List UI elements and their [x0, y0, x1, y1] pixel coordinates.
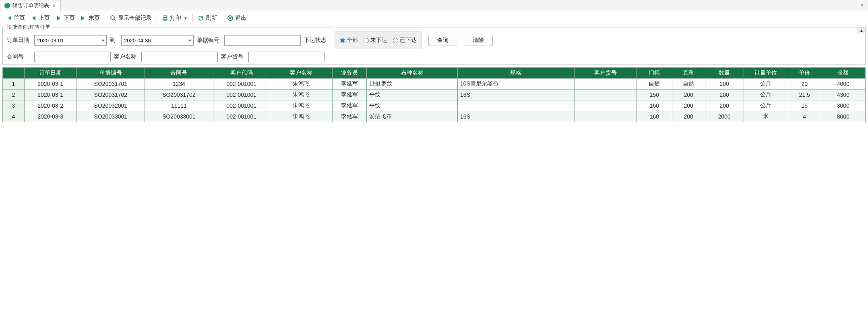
exit-button[interactable]: 退出 [225, 14, 249, 23]
cell-qty[interactable]: 200 [705, 90, 744, 100]
refresh-button[interactable]: 刷新 [195, 14, 219, 23]
cell-amount[interactable]: 8000 [821, 111, 865, 122]
radio-all-input[interactable] [340, 38, 345, 43]
cell-doc_no[interactable]: SO20033001 [76, 111, 145, 122]
cell-order_date[interactable]: 2020-03-3 [24, 111, 76, 122]
cell-uom[interactable]: 公斤 [744, 90, 788, 100]
doc-no-input[interactable] [224, 35, 301, 46]
cell-uom[interactable]: 米 [744, 111, 788, 122]
tab-sales-order-detail[interactable]: 销售订单明细表 × [0, 0, 61, 11]
cell-spec[interactable]: 10S雪尼尔黑色 [458, 79, 575, 90]
show-all-button[interactable]: 显示全部记录 [107, 14, 154, 23]
cell-cust_name[interactable]: 朱鸿飞 [270, 100, 332, 111]
table-row[interactable]: 42020-03-3SO20033001SO20033001002-001001… [3, 111, 866, 122]
cell-cust_code[interactable]: 002-001001 [213, 79, 270, 90]
collapse-button[interactable]: ▲ [858, 27, 866, 34]
column-header-salesman[interactable]: 业务员 [333, 68, 367, 79]
cell-contract_no[interactable]: SO20031702 [145, 90, 213, 100]
cell-doc_no[interactable]: SO20031702 [76, 90, 145, 100]
cell-uom[interactable]: 公斤 [744, 100, 788, 111]
cell-spec[interactable] [458, 100, 575, 111]
cell-cust_name[interactable]: 朱鸿飞 [270, 111, 332, 122]
cell-amount[interactable]: 4000 [821, 79, 865, 90]
column-header-fabric[interactable]: 布种名称 [367, 68, 458, 79]
clear-button[interactable]: 清除 [464, 35, 493, 46]
cell-weight[interactable]: 自然 [672, 79, 705, 90]
cell-contract_no[interactable]: SO20033001 [145, 111, 213, 122]
cell-fabric[interactable]: 平纹 [367, 100, 458, 111]
column-header-order_date[interactable]: 订单日期 [24, 68, 76, 79]
customer-name-input[interactable] [141, 52, 218, 62]
cell-price[interactable]: 20 [788, 79, 821, 90]
cell-amount[interactable]: 3000 [821, 100, 865, 111]
cell-price[interactable]: 4 [788, 111, 821, 122]
cell-salesman[interactable]: 李延军 [333, 79, 367, 90]
cell-uom[interactable]: 公斤 [744, 79, 788, 90]
cell-width[interactable]: 自然 [637, 79, 672, 90]
cell-doc_no[interactable]: SO20032001 [76, 100, 145, 111]
column-header-cust_name[interactable]: 客户名称 [270, 68, 332, 79]
cell-salesman[interactable]: 李延军 [333, 111, 367, 122]
cell-order_date[interactable]: 2020-03-2 [24, 100, 76, 111]
cell-spec[interactable]: 16S [458, 111, 575, 122]
cell-qty[interactable]: 200 [705, 79, 744, 90]
table-row[interactable]: 12020-03-1SO200317011234002-001001朱鸿飞李延军… [3, 79, 866, 90]
date-from-input[interactable] [34, 35, 107, 46]
next-page-button[interactable]: 下页 [53, 14, 77, 23]
cell-cust_part[interactable] [574, 79, 637, 90]
cell-salesman[interactable]: 李延军 [333, 90, 367, 100]
cell-width[interactable]: 160 [637, 100, 672, 111]
column-header-price[interactable]: 单价 [788, 68, 821, 79]
query-button[interactable]: 查询 [428, 35, 457, 46]
column-header-contract_no[interactable]: 合同号 [145, 68, 213, 79]
column-header-rownum[interactable] [3, 68, 25, 79]
radio-not-issued[interactable]: 未下达 [364, 37, 387, 44]
cell-qty[interactable]: 200 [705, 100, 744, 111]
cell-cust_part[interactable] [574, 90, 637, 100]
table-row[interactable]: 22020-03-1SO20031702SO20031702002-001001… [3, 90, 866, 100]
cell-spec[interactable]: 16S [458, 90, 575, 100]
close-icon[interactable]: × [52, 2, 56, 9]
cell-price[interactable]: 15 [788, 100, 821, 111]
cell-contract_no[interactable]: 1234 [145, 79, 213, 90]
contract-no-input[interactable] [34, 52, 111, 62]
customer-part-no-input[interactable] [248, 52, 325, 62]
cell-qty[interactable]: 2000 [705, 111, 744, 122]
cell-fabric[interactable]: 1抽1罗纹 [367, 79, 458, 90]
cell-cust_name[interactable]: 朱鸿飞 [270, 90, 332, 100]
date-to-input[interactable] [121, 35, 194, 46]
last-page-button[interactable]: 末页 [78, 14, 102, 23]
column-header-doc_no[interactable]: 单据编号 [76, 68, 145, 79]
cell-cust_name[interactable]: 朱鸿飞 [270, 79, 332, 90]
cell-amount[interactable]: 4300 [821, 90, 865, 100]
cell-fabric[interactable]: 爱招飞布 [367, 111, 458, 122]
cell-cust_part[interactable] [574, 111, 637, 122]
radio-issued-input[interactable] [393, 38, 398, 43]
column-header-uom[interactable]: 计量单位 [744, 68, 788, 79]
first-page-button[interactable]: 首页 [3, 14, 27, 23]
column-header-cust_code[interactable]: 客户代码 [213, 68, 270, 79]
prev-page-button[interactable]: 上页 [28, 14, 52, 23]
column-header-weight[interactable]: 克重 [672, 68, 705, 79]
cell-salesman[interactable]: 李延军 [333, 100, 367, 111]
radio-all[interactable]: 全部 [340, 37, 358, 44]
cell-weight[interactable]: 200 [672, 100, 705, 111]
cell-cust_code[interactable]: 002-001001 [213, 100, 270, 111]
cell-weight[interactable]: 200 [672, 111, 705, 122]
cell-price[interactable]: 21.5 [788, 90, 821, 100]
column-header-cust_part[interactable]: 客户货号 [574, 68, 637, 79]
data-grid[interactable]: 订单日期单据编号合同号客户代码客户名称业务员布种名称规格客户货号门幅克重数量计量… [2, 67, 866, 122]
cell-fabric[interactable]: 平纹 [367, 90, 458, 100]
cell-cust_code[interactable]: 002-001001 [213, 90, 270, 100]
cell-order_date[interactable]: 2020-03-1 [24, 90, 76, 100]
cell-width[interactable]: 150 [637, 90, 672, 100]
cell-doc_no[interactable]: SO20031701 [76, 79, 145, 90]
cell-contract_no[interactable]: 11111 [145, 100, 213, 111]
cell-cust_code[interactable]: 002-001001 [213, 111, 270, 122]
column-header-qty[interactable]: 数量 [705, 68, 744, 79]
radio-issued[interactable]: 已下达 [393, 37, 417, 44]
column-header-amount[interactable]: 金额 [821, 68, 865, 79]
cell-width[interactable]: 160 [637, 111, 672, 122]
column-header-width[interactable]: 门幅 [637, 68, 672, 79]
table-row[interactable]: 32020-03-2SO2003200111111002-001001朱鸿飞李延… [3, 100, 866, 111]
